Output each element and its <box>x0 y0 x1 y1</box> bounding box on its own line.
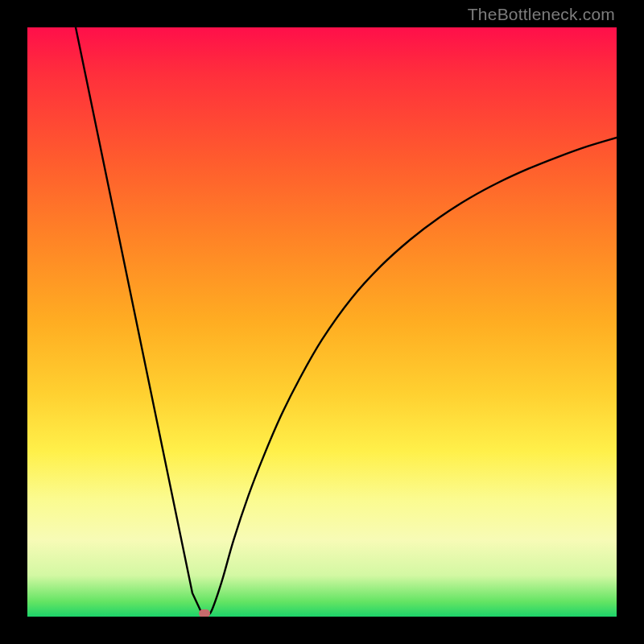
watermark-text: TheBottleneck.com <box>468 5 615 24</box>
bottleneck-curve <box>27 27 617 617</box>
plot-area <box>27 27 617 617</box>
minimum-marker <box>199 609 210 617</box>
chart-frame: TheBottleneck.com <box>0 0 644 644</box>
